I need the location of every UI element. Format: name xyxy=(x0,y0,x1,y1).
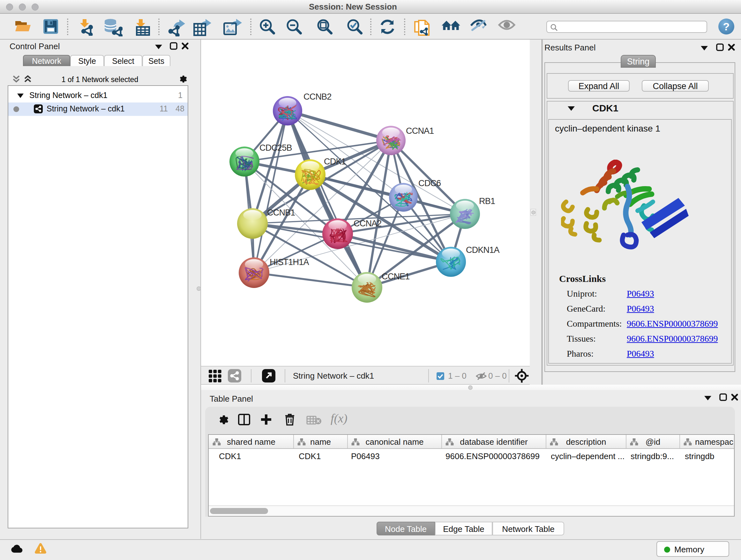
svg-text:?: ? xyxy=(723,20,730,33)
svg-text:CDC6: CDC6 xyxy=(418,179,441,188)
svg-text:CCNB2: CCNB2 xyxy=(304,92,332,102)
svg-text:CCNB1: CCNB1 xyxy=(267,208,295,217)
svg-text:CDC25B: CDC25B xyxy=(259,143,292,152)
svg-text:CDKN1A: CDKN1A xyxy=(466,245,500,255)
svg-text:CCNE1: CCNE1 xyxy=(382,272,410,281)
svg-text:CCNA1: CCNA1 xyxy=(406,126,434,136)
svg-text:HIST1H1A: HIST1H1A xyxy=(270,257,309,267)
svg-text:CDK1: CDK1 xyxy=(324,157,346,166)
svg-text:RB1: RB1 xyxy=(479,196,495,206)
svg-text:CCNA2: CCNA2 xyxy=(354,219,382,228)
